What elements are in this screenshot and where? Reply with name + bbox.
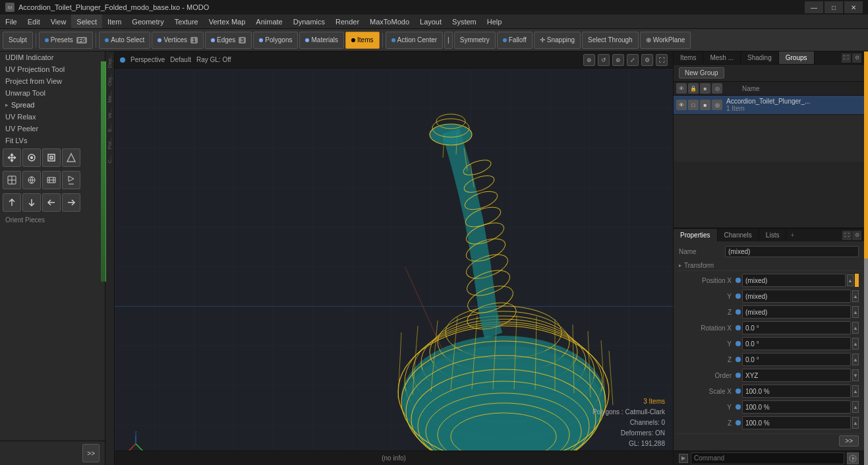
pos-z-dot[interactable] [736,309,741,315]
menu-file[interactable]: File [0,15,22,28]
vp-icon-zoom[interactable]: ⊕ [612,54,624,66]
minimize-button[interactable]: — [805,1,823,13]
props-tab-add[interactable]: + [786,229,798,241]
rot-y-dot[interactable] [736,341,741,346]
menu-help[interactable]: Help [482,15,507,28]
view-type[interactable]: Perspective [130,56,165,63]
uv-relax[interactable]: UV Relax [0,111,105,123]
menu-geometry[interactable]: Geometry [127,15,169,28]
tab-items[interactable]: Items [674,51,703,64]
viewport-canvas[interactable]: 3 Items Polygons : Catmull-Clark Channel… [115,69,673,465]
order-arrow[interactable]: ▼ [852,369,859,381]
group-vis-3[interactable]: ■ [700,100,710,110]
tab-mesh[interactable]: Mesh ... [703,51,741,64]
transform-icon[interactable] [62,148,80,167]
group-vis-4[interactable]: ◎ [712,100,722,110]
uv-projection-tool[interactable]: UV Projection Tool [0,63,105,75]
rotation-y-input[interactable] [742,337,851,350]
vis-icon-sub[interactable]: ◎ [712,83,722,94]
maximize-button[interactable]: □ [825,1,843,13]
menu-render[interactable]: Render [330,15,364,28]
fit-uvs[interactable]: Fit LVs [0,135,105,146]
vp-icon-rotate[interactable]: ↺ [598,54,610,66]
group-vis-1[interactable]: 👁 [676,100,687,110]
project-from-view[interactable]: Project from View [0,75,105,87]
vis-icon-lock[interactable]: 🔒 [688,83,699,94]
vertices-button[interactable]: Vertices 1 [152,32,204,49]
uv-icon-1[interactable] [3,171,21,189]
presets-button[interactable]: Presets F6 [39,32,93,49]
scale-x-input[interactable] [742,385,851,398]
scale-icon[interactable] [42,148,61,167]
shading-mode[interactable]: Default [170,56,191,63]
edges-button[interactable]: Edges 3 [205,32,252,49]
position-x-input[interactable] [742,274,846,287]
props-tab-lists[interactable]: Lists [759,229,787,241]
menu-vertexmap[interactable]: Vertex Map [204,15,251,28]
order-select[interactable]: XYZ [742,369,851,382]
vp-icon-settings[interactable]: ⚙ [641,54,653,66]
scale-z-input[interactable] [742,416,851,429]
scale-z-dot[interactable] [736,420,741,425]
viewport[interactable]: Perspective Default Ray GL: Off ⊕ ↺ ⊕ ⤢ … [115,51,673,465]
polygons-button[interactable]: Polygons [253,32,298,49]
ray-gl[interactable]: Ray GL: Off [196,56,231,63]
menu-maxtomodo[interactable]: MaxToModo [364,15,415,28]
flip-left-icon[interactable] [42,193,61,212]
flip-right-icon[interactable] [62,193,80,212]
props-options-btn[interactable]: ⚙ [852,231,861,240]
menu-animate[interactable]: Animate [250,15,287,28]
pos-x-dot[interactable] [736,278,741,283]
uv-icon-2[interactable] [22,171,41,189]
uv-icon-3[interactable] [42,171,61,189]
tab-groups[interactable]: Groups [779,51,815,64]
rot-x-up[interactable]: ▲ [852,322,859,334]
items-button[interactable]: Items [345,32,379,49]
right-panel-options[interactable]: ⚙ [852,53,861,63]
menu-edit[interactable]: Edit [22,15,45,28]
sculpt-button[interactable]: Sculpt [3,32,33,49]
scale-z-up[interactable]: ▲ [852,417,859,429]
flip-up-icon[interactable] [3,193,21,212]
rot-x-dot[interactable] [736,325,741,330]
udim-indicator[interactable]: UDIM Indicator [0,51,105,63]
menu-view[interactable]: View [45,15,72,28]
tab-shading[interactable]: Shading [741,51,779,64]
materials-button[interactable]: Materials [299,32,344,49]
name-input[interactable] [725,246,859,257]
props-tab-channels[interactable]: Channels [718,229,759,241]
command-input[interactable] [691,452,844,464]
auto-select-button[interactable]: Auto Select [99,32,150,49]
scale-y-up[interactable]: ▲ [852,401,859,413]
rot-z-up[interactable]: ▲ [852,354,859,365]
right-panel-expand[interactable]: ⛶ [842,53,851,63]
position-y-input[interactable] [742,290,851,303]
orient-pieces[interactable]: Orient Pieces [0,214,105,226]
order-dot[interactable] [736,373,741,378]
uv-peeler[interactable]: UV Peeler [0,123,105,135]
scale-y-input[interactable] [742,400,851,414]
move-icon[interactable] [3,148,21,167]
vp-icon-fit[interactable]: ⤢ [627,54,639,66]
menu-dynamics[interactable]: Dynamics [288,15,330,28]
menu-select[interactable]: Select [71,15,102,28]
menu-layout[interactable]: Layout [415,15,447,28]
unwrap-tool[interactable]: Unwrap Tool [0,87,105,99]
props-expand-btn[interactable]: ⛶ [842,231,852,240]
props-more-button[interactable]: >> [839,435,859,447]
cmd-arrow[interactable]: ▶ [679,454,688,463]
menu-item[interactable]: Item [102,15,127,28]
rotation-x-input[interactable] [742,321,851,334]
symmetry-label-btn[interactable]: Symmetry [454,32,496,49]
scale-x-dot[interactable] [736,388,741,394]
spread-tool[interactable]: Spread [0,99,105,111]
vis-icon-eye[interactable]: 👁 [676,83,687,94]
pos-y-up[interactable]: ▲ [852,290,859,302]
group-vis-2[interactable]: □ [688,100,699,110]
props-tab-properties[interactable]: Properties [674,229,718,241]
rotate-icon[interactable] [22,148,41,167]
vis-icon-render[interactable]: ■ [700,83,710,94]
vp-icon-move[interactable]: ⊕ [583,54,595,66]
symmetry-button[interactable]: | [444,32,453,49]
vp-icon-expand[interactable]: ⛶ [656,54,668,66]
